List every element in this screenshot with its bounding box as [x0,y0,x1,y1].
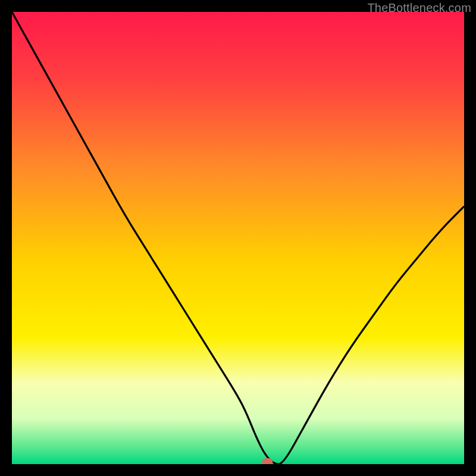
chart-container: TheBottleneck.com [0,0,476,476]
chart-svg [12,12,464,464]
watermark-text: TheBottleneck.com [367,1,471,15]
plot-area [12,12,464,464]
